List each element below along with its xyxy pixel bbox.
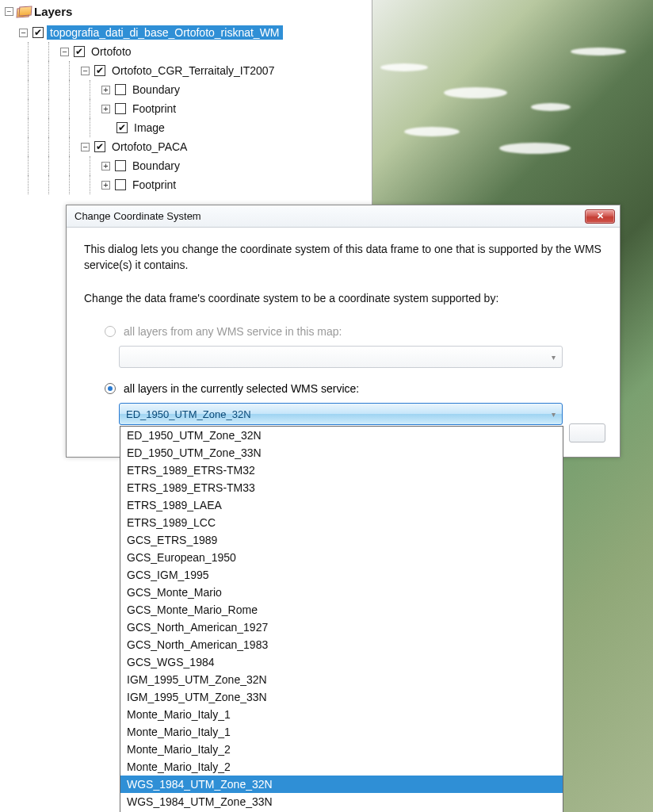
layer-checkbox[interactable]	[115, 160, 126, 171]
layer-cgr[interactable]: Ortofoto_CGR_Terraitaly_IT2007	[109, 63, 277, 78]
layer-boundary[interactable]: Boundary	[129, 82, 183, 97]
layer-checkbox[interactable]	[32, 27, 44, 38]
crs-option[interactable]: GCS_North_American_1983	[120, 636, 563, 653]
layers-icon	[17, 6, 31, 17]
layer-paca-boundary[interactable]: Boundary	[129, 159, 183, 173]
close-button[interactable]: ✕	[585, 209, 615, 224]
expand-toggle[interactable]: −	[81, 143, 90, 151]
expand-toggle[interactable]: −	[19, 29, 28, 37]
crs-option[interactable]: ETRS_1989_LAEA	[120, 496, 563, 514]
expand-toggle[interactable]: −	[60, 48, 69, 56]
layer-tree: − topografia_dati_di_base_Ortofoto_riskn…	[0, 23, 372, 194]
crs-option[interactable]: Monte_Mario_Italy_1	[120, 723, 563, 741]
crs-option[interactable]: ED_1950_UTM_Zone_32N	[120, 427, 563, 444]
dialog-button-edge[interactable]	[569, 423, 605, 442]
layer-checkbox[interactable]	[94, 65, 105, 76]
layers-collapse-toggle[interactable]: −	[5, 7, 13, 16]
layer-checkbox[interactable]	[74, 46, 85, 57]
layer-paca[interactable]: Ortofoto_PACA	[109, 140, 190, 154]
crs-option[interactable]: GCS_ETRS_1989	[120, 531, 563, 549]
layer-image[interactable]: Image	[131, 121, 168, 135]
layer-paca-footprint[interactable]: Footprint	[129, 178, 179, 192]
expand-toggle[interactable]: +	[101, 105, 110, 113]
dialog-intro: This dialog lets you change the coordina…	[84, 242, 602, 273]
change-crs-dialog: Change Coordinate System ✕ This dialog l…	[66, 205, 621, 458]
crs-option[interactable]: ETRS_1989_ETRS-TM32	[120, 462, 563, 479]
crs-option[interactable]: GCS_Monte_Mario_Rome	[120, 601, 563, 619]
crs-option[interactable]: GCS_Monte_Mario	[120, 584, 563, 601]
crs-dropdown[interactable]: ED_1950_UTM_Zone_32NED_1950_UTM_Zone_33N…	[120, 426, 563, 812]
crs-option[interactable]: WGS_1984_UTM_Zone_33N	[120, 793, 563, 810]
expand-toggle[interactable]: +	[101, 86, 110, 94]
expand-toggle[interactable]: +	[101, 181, 110, 190]
expand-toggle[interactable]: +	[101, 162, 110, 170]
expand-toggle[interactable]: −	[81, 67, 90, 75]
crs-option[interactable]: GCS_IGM_1995	[120, 566, 563, 584]
crs-option[interactable]: GCS_WGS_1984	[120, 653, 563, 671]
dialog-prompt: Change the data frame's coordinate syste…	[84, 292, 602, 304]
chevron-down-icon: ▾	[552, 410, 556, 419]
dialog-title: Change Coordinate System	[74, 210, 585, 222]
label-selected-service: all layers in the currently selected WMS…	[124, 382, 359, 395]
combo-value: ED_1950_UTM_Zone_32N	[126, 408, 251, 420]
radio-selected-service[interactable]	[105, 383, 116, 394]
crs-option[interactable]: ETRS_1989_ETRS-TM33	[120, 479, 563, 496]
layer-ortofoto[interactable]: Ortofoto	[88, 44, 135, 59]
layer-checkbox[interactable]	[116, 122, 128, 133]
layer-checkbox[interactable]	[94, 141, 105, 152]
combo-selected-service[interactable]: ED_1950_UTM_Zone_32N ▾ ED_1950_UTM_Zone_…	[119, 403, 563, 425]
combo-all-services: ▾	[119, 346, 563, 368]
layer-footprint[interactable]: Footprint	[129, 102, 179, 116]
chevron-down-icon: ▾	[552, 353, 556, 362]
crs-option[interactable]: IGM_1995_UTM_Zone_33N	[120, 688, 563, 706]
layer-checkbox[interactable]	[115, 84, 126, 95]
layer-checkbox[interactable]	[115, 179, 126, 190]
crs-option[interactable]: ED_1950_UTM_Zone_33N	[120, 444, 563, 462]
crs-option[interactable]: Monte_Mario_Italy_2	[120, 758, 563, 776]
crs-option[interactable]: WGS_1984_UTM_Zone_32N	[120, 776, 563, 793]
crs-option[interactable]: GCS_North_American_1927	[120, 619, 563, 636]
crs-option[interactable]: Monte_Mario_Italy_1	[120, 706, 563, 723]
label-all-services: all layers from any WMS service in this …	[124, 325, 342, 338]
crs-option[interactable]: IGM_1995_UTM_Zone_32N	[120, 671, 563, 688]
crs-option[interactable]: GCS_European_1950	[120, 549, 563, 566]
radio-all-services	[105, 326, 116, 337]
layer-checkbox[interactable]	[115, 103, 126, 114]
crs-option[interactable]: Monte_Mario_Italy_2	[120, 741, 563, 758]
crs-option[interactable]: ETRS_1989_LCC	[120, 514, 563, 531]
layers-title: Layers	[34, 5, 72, 18]
layer-root[interactable]: topografia_dati_di_base_Ortofoto_risknat…	[47, 25, 283, 40]
